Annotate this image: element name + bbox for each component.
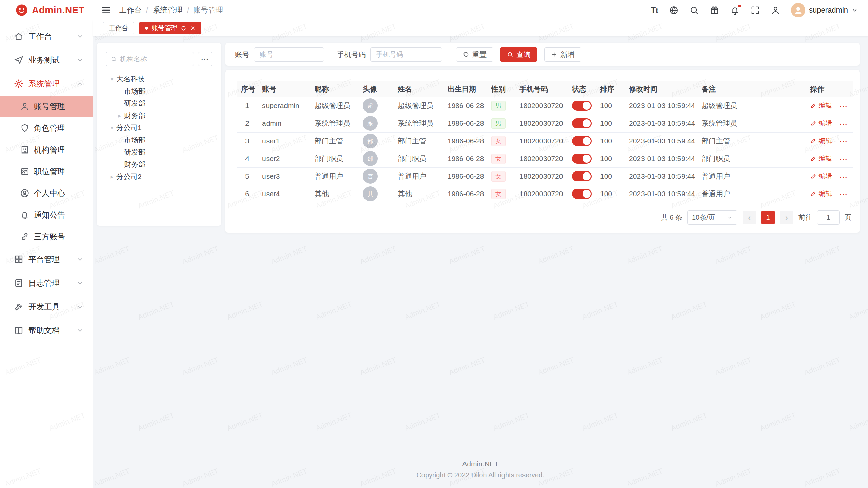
status-toggle[interactable]: [572, 189, 592, 199]
refresh-icon[interactable]: [181, 25, 186, 31]
more-actions-button[interactable]: ···: [840, 102, 848, 110]
sex-badge: 女: [491, 154, 506, 164]
more-actions-button[interactable]: ···: [840, 173, 848, 181]
tree-node-label: 大名科技: [116, 74, 145, 84]
more-actions-button[interactable]: ···: [840, 138, 848, 145]
sidebar-item-help-docs[interactable]: 帮助文档: [0, 319, 93, 342]
account-input[interactable]: [254, 47, 324, 62]
sex-badge: 男: [491, 118, 506, 129]
sidebar-item-system[interactable]: 系统管理: [0, 72, 93, 96]
cell-phone: 18020030720: [515, 167, 568, 185]
tree-node[interactable]: 研发部: [106, 146, 212, 158]
tree-node[interactable]: ▾ 分公司1: [106, 122, 212, 134]
breadcrumb-item[interactable]: 工作台: [119, 5, 142, 15]
add-button[interactable]: 新增: [544, 47, 581, 62]
tab-workbench[interactable]: 工作台: [103, 22, 134, 34]
tree-node[interactable]: 市场部: [106, 134, 212, 146]
wrench-icon: [14, 302, 24, 312]
tree-caret-icon[interactable]: ▸: [115, 112, 124, 119]
org-search-box: [106, 52, 194, 66]
tree-node[interactable]: ▸ 分公司2: [106, 170, 212, 183]
cell-account: admin: [258, 115, 310, 132]
page-size-select[interactable]: 10条/页: [687, 210, 737, 225]
status-toggle[interactable]: [572, 101, 592, 111]
font-size-icon[interactable]: Tt: [651, 5, 658, 15]
tree-node[interactable]: 市场部: [106, 85, 212, 97]
cell-index: 3: [237, 132, 258, 150]
org-more-button[interactable]: ···: [198, 52, 212, 66]
next-page-button[interactable]: ›: [780, 211, 793, 224]
tree-caret-icon[interactable]: ▸: [107, 173, 116, 180]
prev-page-button[interactable]: ‹: [743, 211, 756, 224]
sidebar-item-account-mgmt[interactable]: 账号管理: [0, 96, 93, 117]
fullscreen-icon[interactable]: [750, 5, 760, 15]
chevron-down-icon: [727, 215, 733, 220]
language-icon[interactable]: [669, 5, 679, 15]
sidebar-item-label: 三方账号: [34, 231, 93, 242]
avatar: 系: [363, 116, 378, 131]
breadcrumb-item[interactable]: 系统管理: [153, 5, 182, 15]
org-search-input[interactable]: [120, 55, 189, 63]
tab-account-mgmt[interactable]: 账号管理: [139, 22, 201, 34]
lock-screen-icon[interactable]: [771, 5, 781, 15]
sidebar-item-notice[interactable]: 通知公告: [0, 204, 93, 226]
tree-caret-icon[interactable]: ▾: [107, 76, 116, 83]
sidebar-item-third-account[interactable]: 三方账号: [0, 226, 93, 247]
status-toggle[interactable]: [572, 118, 592, 128]
edit-button[interactable]: 编辑: [810, 119, 832, 128]
brand[interactable]: Admin.NET: [0, 0, 93, 20]
cell-sort: 100: [596, 115, 625, 132]
more-actions-button[interactable]: ···: [840, 190, 848, 198]
edit-button[interactable]: 编辑: [810, 189, 832, 198]
status-toggle[interactable]: [572, 136, 592, 146]
close-icon[interactable]: [190, 25, 196, 31]
refresh-icon: [463, 51, 469, 58]
cell-modified-time: 2023-01-03 10:59:44: [625, 185, 697, 203]
hamburger-menu-icon[interactable]: [101, 5, 111, 15]
edit-button[interactable]: 编辑: [810, 154, 832, 163]
edit-button[interactable]: 编辑: [810, 101, 832, 110]
edit-button[interactable]: 编辑: [810, 136, 832, 145]
sidebar-item-logs[interactable]: 日志管理: [0, 271, 93, 295]
sex-badge: 男: [491, 101, 506, 111]
search-button[interactable]: 查询: [500, 47, 537, 62]
goto-page-input[interactable]: [817, 210, 840, 225]
more-actions-button[interactable]: ···: [840, 155, 848, 163]
sidebar-item-dev-tools[interactable]: 开发工具: [0, 295, 93, 319]
sidebar-item-position-mgmt[interactable]: 职位管理: [0, 161, 93, 182]
tree-node[interactable]: 财务部: [106, 158, 212, 170]
sidebar-item-role-mgmt[interactable]: 角色管理: [0, 117, 93, 139]
tree-node[interactable]: ▸ 财务部: [106, 109, 212, 122]
sidebar-item-profile-center[interactable]: 个人中心: [0, 182, 93, 204]
sidebar-item-label: 业务测试: [28, 55, 76, 65]
sidebar-item-workbench[interactable]: 工作台: [0, 24, 93, 48]
status-toggle[interactable]: [572, 154, 592, 164]
sidebar-item-platform[interactable]: 平台管理: [0, 247, 93, 271]
document-icon: [14, 278, 24, 288]
user-menu[interactable]: superadmin: [791, 3, 858, 17]
reset-button[interactable]: 重置: [456, 47, 493, 62]
cell-sort: 100: [596, 150, 625, 167]
tree-node[interactable]: ▾ 大名科技: [106, 73, 212, 85]
more-actions-button[interactable]: ···: [840, 120, 848, 128]
sidebar-item-org-mgmt[interactable]: 机构管理: [0, 139, 93, 161]
search-icon[interactable]: [689, 5, 699, 15]
footer-copyright: Copyright © 2022 Dilon All rights reserv…: [93, 471, 868, 479]
cell-avatar: 系: [358, 115, 393, 132]
theme-icon[interactable]: [710, 5, 719, 15]
cell-remark: 超级管理员: [697, 97, 806, 115]
sidebar-item-business-test[interactable]: 业务测试: [0, 48, 93, 72]
notification-icon[interactable]: [730, 5, 740, 15]
toggle-knob: [583, 137, 591, 145]
phone-input[interactable]: [370, 47, 442, 62]
edit-button[interactable]: 编辑: [810, 171, 832, 181]
status-toggle[interactable]: [572, 171, 592, 181]
tree-node[interactable]: 研发部: [106, 97, 212, 109]
search-icon: [111, 56, 117, 62]
page-1-button[interactable]: 1: [761, 211, 775, 224]
page-body: ··· ▾ 大名科技 市场部: [93, 36, 868, 488]
accounts-table: 序号 账号 昵称 头像 姓名 出生日期 性别 手机号码 状态 排序: [237, 81, 853, 203]
tree-caret-icon[interactable]: ▾: [107, 124, 116, 131]
cell-index: 5: [237, 167, 258, 185]
brand-logo-icon: [16, 4, 28, 16]
